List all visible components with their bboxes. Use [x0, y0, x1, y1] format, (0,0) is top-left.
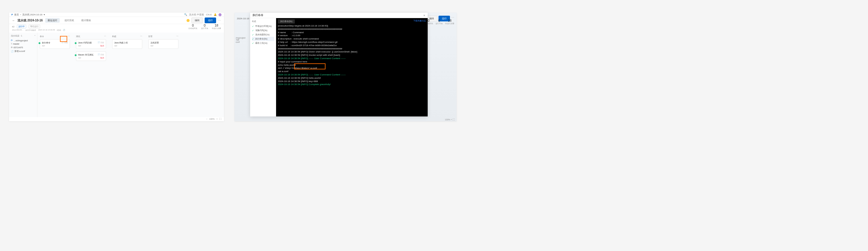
terminal-line: 2024-10-16 14:36:54 [INFO] ------ User C… [278, 57, 426, 60]
check-icon: ✓ [252, 38, 254, 40]
download-log-link[interactable]: 下载完整日志 [413, 19, 426, 22]
stage-more-icon[interactable]: ⋯ [176, 35, 179, 38]
terminal-line: 2024-10-16 14:36:54 [INFO] Complete grac… [278, 83, 426, 86]
terminal-line: # description : execute shell command [278, 37, 426, 41]
check-icon: ✓ [252, 25, 254, 28]
edit-button[interactable]: 编辑 [191, 18, 203, 23]
terminal-line: ########################################… [278, 47, 426, 51]
modal-title: 执行命令 [253, 13, 264, 17]
terminal-line: 2024-10-16 14:36:54 [INFO] hello,world! [278, 77, 426, 80]
zoom-control[interactable]: 100% + ⛶ [445, 118, 455, 121]
source-branch[interactable]: ᛘmaster [11, 42, 35, 46]
log-panel: 2024-10-16 编辑 运行 ⋯ 0自动化时长 0运行节点 18待运行步骤 … [235, 13, 457, 121]
source-sidebar: 流水线源 · 1‹ ⟳…ed/myproject ᛘmaster ⊙657144… [9, 33, 37, 117]
tab-history[interactable]: 运行历史 [62, 18, 76, 23]
stage-deploy: 部署⋯ 主机部署 49F [148, 35, 179, 63]
stat-item: 0运行节点 [201, 24, 208, 30]
terminal-line: # version : v1.0.69 [278, 34, 426, 37]
terminal-line: echo hello,world! [278, 64, 426, 67]
terminal-line: 2024-10-16 14:36:54 [INFO] ------ User C… [278, 73, 426, 77]
status-badge-icon [187, 19, 190, 22]
more-icon[interactable]: ⋯ [218, 19, 221, 22]
meta-trigger: 点击手动触发 [25, 29, 36, 33]
search-text[interactable]: 流水线 中搜索 [189, 13, 204, 16]
terminal-line: [executionStep begins at 2024-10-16 14:3… [278, 24, 426, 28]
status-dot-icon [74, 54, 77, 56]
stage-command: 命令⋯ 执行命令 49F 📄 日志 [40, 35, 70, 63]
terminal-line: # input your command here [278, 60, 426, 64]
title-row: ← 流水线 2024-10-16 最近运行 运行历史 统计报表 编辑 运行 ⋯ [9, 17, 224, 24]
stat-item: 0自动化时长 [188, 24, 197, 30]
terminal-line: 2024-10-16 14:36:54 [INFO] key=888 [278, 80, 426, 83]
breadcrumb-item[interactable]: 流水线 2024-10-16 [22, 13, 42, 16]
blur-side-item: conf [236, 41, 245, 43]
step-item[interactable]: ✓克隆代码(3s) [252, 28, 274, 33]
notif-icon[interactable]: 🔔 [214, 13, 217, 16]
terminal-tab[interactable]: 执行命令(0s) [278, 19, 295, 24]
sidebar-title: 流水线源 · 1 [11, 34, 22, 37]
task-log-link[interactable]: 📄 日志 [98, 41, 104, 44]
blur-crumb: 2024-10-16 [237, 17, 249, 20]
stage-more-icon[interactable]: ⋯ [140, 35, 142, 38]
terminal-line: cat a.conf [278, 70, 426, 73]
step-item[interactable]: ✓申请运行环境(1s) [252, 24, 274, 28]
user-avatar[interactable] [218, 13, 221, 16]
pipeline-canvas[interactable]: 命令⋯ 执行命令 49F 📄 日志 测试⋯ Java 代码扫描 49F 📄 日 [37, 33, 224, 117]
page-title: 流水线 2024-10-16 [18, 19, 43, 23]
terminal-line: # build id : ccm0bd2f-3718-47be-b089-003… [278, 44, 426, 47]
run-button[interactable]: 运行 [205, 18, 216, 23]
log-modal: 执行命令 × 构建 ✓申请运行环境(1s) ✓克隆代码(3s) ✓流水线缓存(1… [250, 13, 428, 116]
task-exec-cmd[interactable]: 执行命令 49F 📄 日志 [40, 39, 70, 49]
task-java-scan[interactable]: Java 代码扫描 49F 📄 日志 取消 [76, 39, 106, 49]
step-item-active[interactable]: ✓执行命令(0s) [252, 37, 274, 41]
blur-stat: 18待运行步骤 [445, 19, 454, 25]
source-repo[interactable]: ⟳…ed/myproject [11, 38, 35, 42]
status-running: 运行中 [17, 25, 26, 28]
logo-icon: F [11, 13, 13, 16]
run-info-row: #2 运行中 等待运行 0自动化时长 0运行节点 18待运行步骤 [9, 24, 224, 29]
step-list-title: 构建 [252, 20, 274, 23]
stage-more-icon[interactable]: ⋯ [68, 35, 70, 38]
task-cancel-link[interactable]: 取消 [100, 57, 104, 59]
step-item[interactable]: ✓流水线缓存(1s) [252, 33, 274, 37]
clock-icon: 🕐 [63, 29, 65, 33]
check-icon: ✓ [252, 42, 254, 45]
tab-stats[interactable]: 统计报表 [79, 18, 93, 23]
source-msg: 📄新增 a.conf [11, 49, 35, 53]
search-icon[interactable]: 🔍 [184, 13, 187, 16]
task-log-link[interactable]: 📄 日志 [98, 53, 104, 56]
task-cancel-link[interactable]: 取消 [100, 45, 104, 47]
step-list: 构建 ✓申请运行环境(1s) ✓克隆代码(3s) ✓流水线缓存(1s) ✓执行命… [250, 18, 276, 116]
close-icon[interactable]: × [424, 13, 425, 17]
fullscreen-icon[interactable]: ⛶ [219, 118, 221, 120]
terminal-line: 2024-10-16 14:36:54 [INFO] Invoke script… [278, 54, 426, 57]
source-commit[interactable]: ⊙65714475 [11, 46, 35, 49]
meta-time: 2024-10-16 14:36:48 [38, 29, 55, 33]
blur-side-item: /myproject [236, 37, 245, 39]
task-maven-test[interactable]: Maven 单元测试 49F 📄 日志 取消 [76, 51, 106, 61]
status-dot-icon [38, 42, 41, 44]
meta-ago: 1秒前 [57, 29, 61, 33]
terminal-line: # name : Command [278, 31, 426, 34]
task-host-deploy[interactable]: 主机部署 49F [148, 39, 179, 49]
status-dot-icon [74, 42, 77, 44]
terminal-line: # help url : https://atomgit.com/flow-st… [278, 41, 426, 44]
terminal[interactable]: 执行命令(0s) 下载完整日志 [executionStep begins at… [276, 18, 428, 116]
task-java-build[interactable]: Java 构建上传 49F [112, 39, 142, 49]
zoom-control[interactable]: − 100% + ⛶ [206, 118, 221, 120]
pipeline-panel: F 首页 › 流水线 2024-10-16 ▾ 🔍 流水线 中搜索 CN-E 🔔… [9, 13, 224, 121]
stage-test: 测试⋯ Java 代码扫描 49F 📄 日志 取消 Maven 单元测试 49F… [76, 35, 106, 63]
lang-toggle[interactable]: CN-E [206, 13, 212, 16]
breadcrumb-home[interactable]: 首页 [14, 13, 19, 16]
back-icon[interactable]: ← [12, 19, 15, 22]
task-log-link[interactable]: 📄 日志 [61, 41, 68, 44]
zoom-in-icon[interactable]: + [216, 118, 218, 120]
run-number: #2 [12, 26, 14, 28]
step-item[interactable]: ✓缓存上传(1s) [252, 41, 274, 45]
tab-recent[interactable]: 最近运行 [45, 18, 60, 23]
check-icon: ✓ [252, 29, 254, 32]
zoom-out-icon[interactable]: − [206, 118, 207, 120]
top-breadcrumb: F 首页 › 流水线 2024-10-16 ▾ 🔍 流水线 中搜索 CN-E 🔔 [9, 13, 224, 17]
stage-more-icon[interactable]: ⋯ [104, 35, 106, 38]
collapse-icon[interactable]: ‹ [35, 34, 35, 37]
